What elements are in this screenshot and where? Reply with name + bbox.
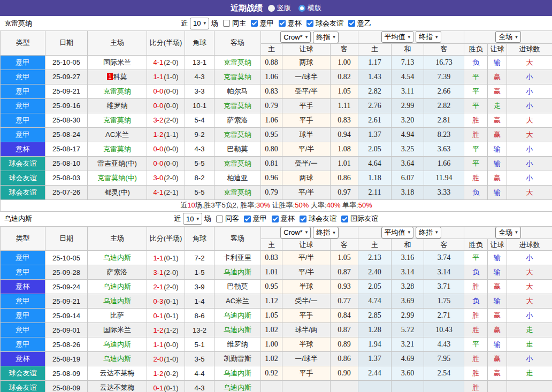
recent-count-select[interactable]: 10▾ xyxy=(190,18,209,29)
away-team-link[interactable]: 帕尔马 xyxy=(227,87,248,95)
league-type-badge[interactable]: 球会友谊 xyxy=(1,366,45,381)
score-halftime: (0-0) xyxy=(164,87,178,95)
league-type-badge[interactable]: 意杯 xyxy=(1,280,45,294)
league-type-badge[interactable]: 意杯 xyxy=(1,142,45,156)
home-team-link[interactable]: 维罗纳 xyxy=(107,102,128,110)
league-filter-checkbox[interactable] xyxy=(348,20,355,27)
league-filter-checkbox[interactable] xyxy=(251,20,258,27)
league-filter-checkbox[interactable] xyxy=(306,20,313,27)
away-team-link[interactable]: 乌迪内斯 xyxy=(224,383,251,391)
league-type-badge[interactable]: 意甲 xyxy=(1,55,45,70)
home-team-link[interactable]: 国际米兰 xyxy=(103,58,131,66)
home-team-link[interactable]: 乌迪内斯 xyxy=(103,355,131,363)
league-type-badge[interactable]: 意甲 xyxy=(1,127,45,142)
away-team-link[interactable]: 克雷莫纳 xyxy=(224,159,251,167)
league-type-badge[interactable]: 意甲 xyxy=(1,265,45,280)
league-filter-checkbox[interactable] xyxy=(279,20,286,27)
column-subheader: 和 xyxy=(392,239,424,251)
away-team-link[interactable]: 克雷莫纳 xyxy=(224,102,251,110)
away-team-link[interactable]: 乌迪内斯 xyxy=(224,311,251,319)
league-type-badge[interactable]: 意甲 xyxy=(1,84,45,98)
column-subheader: 主 xyxy=(358,43,392,55)
avg-final-select[interactable]: 终指▾ xyxy=(416,31,441,43)
home-team-link[interactable]: 云达不莱梅 xyxy=(100,383,135,391)
chevron-down-icon: ▾ xyxy=(333,230,335,235)
column-subheader: 进球数 xyxy=(507,239,552,251)
odds-away: 0.86 xyxy=(331,171,358,185)
away-team-link[interactable]: 凯勤雷斯 xyxy=(224,355,251,363)
league-filter-checkbox[interactable] xyxy=(300,216,306,222)
result-scope-select[interactable]: 全场▾ xyxy=(495,227,521,239)
avg-type-select[interactable]: 平均值▾ xyxy=(381,31,414,43)
result-scope-select[interactable]: 全场▾ xyxy=(495,31,521,43)
odds-final-select[interactable]: 终指▾ xyxy=(313,227,339,239)
home-team-link[interactable]: 云达不莱梅 xyxy=(100,369,135,377)
home-team-link[interactable]: AC米兰 xyxy=(105,130,129,139)
away-team-link[interactable]: 克雷莫纳 xyxy=(224,73,251,81)
away-team-link[interactable]: 克雷莫纳 xyxy=(224,188,251,196)
away-team-cell: 乌迪内斯 xyxy=(214,366,261,381)
home-team-link[interactable]: 乌迪内斯 xyxy=(103,282,131,290)
away-team-link[interactable]: AC米兰 xyxy=(226,297,249,305)
avg-final-select[interactable]: 终指▾ xyxy=(416,227,441,239)
radio-vertical-option[interactable]: 竖版 xyxy=(268,3,291,13)
home-team-link[interactable]: 乌迪内斯 xyxy=(103,340,131,348)
away-team-link[interactable]: 维罗纳 xyxy=(227,340,248,348)
avg-type-select[interactable]: 平均值▾ xyxy=(381,227,414,239)
match-date: 25-07-26 xyxy=(45,185,88,199)
away-team-link[interactable]: 巴勒莫 xyxy=(227,145,248,153)
away-team-link[interactable]: 萨索洛 xyxy=(227,116,248,124)
league-type-badge[interactable]: 意甲 xyxy=(1,323,45,337)
odds-company-select[interactable]: Crow*▾ xyxy=(280,31,311,43)
home-team-link[interactable]: 克雷莫纳 xyxy=(103,145,131,153)
home-team-link[interactable]: 比萨 xyxy=(110,311,124,319)
away-team-link[interactable]: 克雷莫纳 xyxy=(224,58,251,66)
away-team-link[interactable]: 克雷莫纳 xyxy=(224,130,251,139)
home-team-link[interactable]: 国际米兰 xyxy=(103,326,131,334)
league-type-badge[interactable]: 球会友谊 xyxy=(1,381,45,392)
league-type-badge[interactable]: 意杯 xyxy=(1,352,45,366)
score-fulltime: 0-3 xyxy=(153,297,163,305)
league-type-badge[interactable]: 意甲 xyxy=(1,113,45,127)
league-type-badge[interactable]: 意甲 xyxy=(1,337,45,352)
league-type-badge[interactable]: 意甲 xyxy=(1,70,45,84)
home-team-link[interactable]: 乌迪内斯 xyxy=(103,297,131,305)
page-title: 近期战绩 xyxy=(231,3,263,13)
odds-away xyxy=(331,381,358,392)
home-team-link[interactable]: 萨索洛 xyxy=(107,268,128,276)
home-team-link[interactable]: 科莫 xyxy=(113,73,127,81)
avg-home: 2.05 xyxy=(358,280,392,294)
league-type-badge[interactable]: 意甲 xyxy=(1,294,45,309)
corner-score: 10-1 xyxy=(185,98,214,113)
result-outcome: 负 xyxy=(464,265,488,280)
same-venue-checkbox[interactable] xyxy=(223,20,230,27)
recent-count-select[interactable]: 10▾ xyxy=(183,213,202,225)
league-type-badge[interactable]: 意甲 xyxy=(1,251,45,265)
league-type-badge[interactable]: 球会友谊 xyxy=(1,156,45,171)
odds-company-select[interactable]: Crow*▾ xyxy=(280,227,311,239)
home-team-link[interactable]: 雷吉亚纳(中) xyxy=(97,159,137,167)
result-goals: 大 xyxy=(507,127,552,142)
league-filter-checkbox[interactable] xyxy=(244,216,251,222)
away-team-link[interactable]: 柏迪亚 xyxy=(227,174,248,182)
league-type-badge[interactable]: 球会友谊 xyxy=(1,185,45,199)
odds-final-select[interactable]: 终指▾ xyxy=(313,32,339,43)
away-team-link[interactable]: 卡利亚里 xyxy=(224,253,251,262)
radio-horizontal-option[interactable]: 横版 xyxy=(298,3,321,13)
home-team-link[interactable]: 都灵(中) xyxy=(104,188,130,196)
league-type-badge[interactable]: 球会友谊 xyxy=(1,171,45,185)
away-team-link[interactable]: 乌迪内斯 xyxy=(224,326,251,334)
match-date: 25-08-24 xyxy=(45,127,88,142)
same-venue-checkbox[interactable] xyxy=(216,216,223,222)
league-type-badge[interactable]: 意甲 xyxy=(1,309,45,323)
league-filter-checkbox[interactable] xyxy=(341,216,348,222)
home-team-link[interactable]: 克雷莫纳 xyxy=(103,116,131,124)
home-team-link[interactable]: 克雷莫纳(中) xyxy=(97,174,137,182)
home-team-link[interactable]: 克雷莫纳 xyxy=(103,87,131,95)
away-team-link[interactable]: 巴勒莫 xyxy=(227,282,248,290)
league-type-badge[interactable]: 意甲 xyxy=(1,98,45,113)
league-filter-checkbox[interactable] xyxy=(272,216,279,222)
away-team-link[interactable]: 乌迪内斯 xyxy=(224,268,251,276)
away-team-link[interactable]: 乌迪内斯 xyxy=(224,369,251,377)
home-team-link[interactable]: 乌迪内斯 xyxy=(103,253,131,262)
